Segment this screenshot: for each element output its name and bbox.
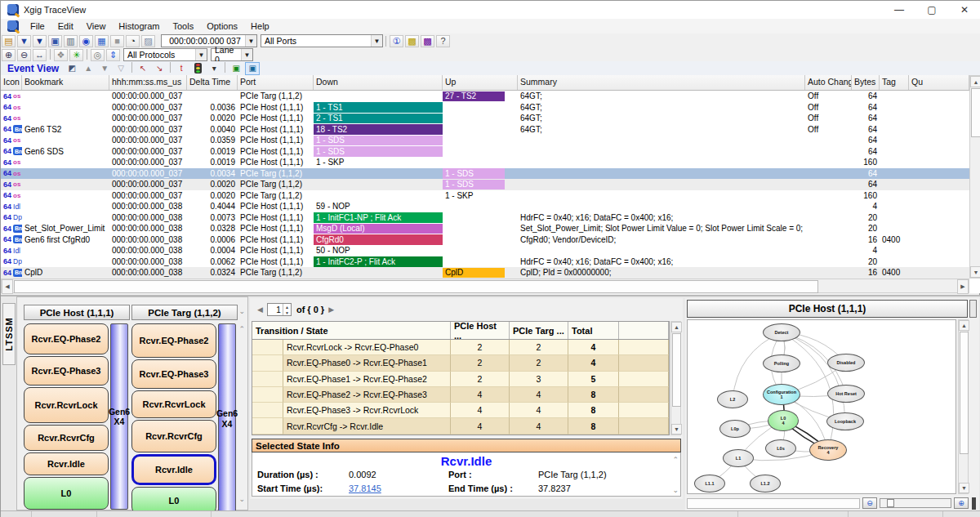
table-row[interactable]: 64os000:00:00.000_0370.0020PCIe Targ (1,… (1, 190, 969, 202)
diagram-vertical-scrollbar[interactable]: ▲ ▼ (958, 319, 969, 494)
table-row[interactable]: 64os000:00:00.000_0370.0034PCIe Targ (1,… (1, 168, 969, 180)
table-row[interactable]: 64Dp000:00:00.000_0380.0062PCIe Host (1,… (1, 256, 969, 268)
state-node-hot-reset[interactable]: Hot Reset (827, 385, 865, 403)
ltssm-state-rcvr-rcvrcfg[interactable]: Rcvr.RcvrCfg (24, 425, 109, 451)
ltssm-state-rcvr-eq-phase2[interactable]: Rcvr.EQ-Phase2 (131, 323, 216, 358)
ltssm-tab[interactable]: LTSSM (2, 303, 16, 365)
transition-scrollbar[interactable]: ▲ ▼ (670, 321, 681, 435)
ports-combobox[interactable]: All Ports ▼ (261, 34, 383, 47)
capture-view-icon[interactable]: ◉ (79, 35, 93, 47)
state-node-l1-2[interactable]: L1.2 (750, 475, 781, 492)
zoom-fit-icon[interactable]: ↔ (33, 49, 47, 61)
transition-row[interactable]: Rcvr.EQ-Phase2 -> Rcvr.EQ-Phase3448 (252, 387, 669, 403)
ltssm-state-rcvr-idle[interactable]: Rcvr.Idle (131, 454, 216, 485)
grid-vertical-scrollbar[interactable]: ▲ ▼ (969, 75, 980, 279)
table-row[interactable]: 64BnCplD000:00:00.000_0380.0324PCIe Targ… (1, 267, 969, 279)
diagram-horizontal-scrollbar[interactable] (687, 498, 860, 509)
transition-row[interactable]: Rcvr.EQ-Phase0 -> Rcvr.EQ-Phase1224 (252, 355, 669, 371)
traffic-caret-icon[interactable]: ▾ (207, 62, 221, 75)
menu-help[interactable]: Help (244, 19, 276, 33)
time-format-icon[interactable]: t (174, 62, 189, 75)
stop-icon[interactable]: ■ (110, 35, 124, 47)
info-scroll-up-icon[interactable]: ⌃ (672, 456, 679, 464)
decode-view-2-icon[interactable]: ▣ (245, 62, 260, 75)
ltssm-column-header-targ[interactable]: PCIe Targ (1,1,2) (131, 305, 238, 320)
ltssm-state-rcvr-eq-phase3[interactable]: Rcvr.EQ-Phase3 (24, 356, 109, 386)
zoom-in-icon[interactable]: ⊕ (2, 49, 16, 61)
close-button[interactable]: ✕ (948, 1, 980, 19)
open-trace-icon[interactable]: ▤ (2, 35, 16, 47)
save-file-icon[interactable]: ▣ (48, 35, 62, 47)
minimize-button[interactable]: — (883, 1, 915, 19)
table-row[interactable]: 64os000:00:00.000_0370.0359PCIe Host (1,… (1, 135, 969, 146)
trigger-time-icon[interactable]: ① (390, 35, 403, 47)
column-header-icon[interactable]: Icon (1, 75, 22, 90)
column-header-bytes[interactable]: Bytes (852, 75, 880, 90)
zoom-in-icon[interactable]: ⊕ (954, 497, 969, 509)
ltssm-column-header-host[interactable]: PCIe Host (1,1,1) (24, 305, 130, 320)
transition-row[interactable]: Rcvr.EQ-Phase1 -> Rcvr.EQ-Phase2235 (252, 372, 669, 387)
state-node-l0p[interactable]: L0p (719, 420, 751, 438)
search-icon[interactable]: ◎ (91, 49, 105, 61)
transition-col-3[interactable]: Total (568, 322, 619, 339)
menu-histogram[interactable]: Histogram (112, 19, 166, 33)
table-row[interactable]: 64BnGen6 first CfgRd0000:00:00.000_0380.… (1, 234, 969, 246)
jump-prev-icon[interactable]: ↖ (136, 62, 150, 75)
next-event-icon[interactable]: ▼ (97, 62, 112, 75)
traffic-filter-icon[interactable] (190, 62, 205, 75)
pager-spinbox[interactable]: 1 ▲▼ (267, 303, 292, 316)
ltssm-state-rcvr-eq-phase3[interactable]: Rcvr.EQ-Phase3 (131, 359, 216, 389)
column-header-bookmark[interactable]: Bookmark (22, 75, 109, 90)
column-header-auto-change[interactable]: Auto Change (805, 75, 852, 90)
menu-tools[interactable]: Tools (166, 19, 200, 33)
map-purple-icon[interactable]: ▩ (421, 35, 434, 47)
column-header-delta-time[interactable]: Delta Time (187, 75, 238, 90)
state-node-loopback[interactable]: Loopback (826, 412, 864, 430)
column-header-tag[interactable]: Tag (880, 75, 909, 90)
state-node-l1[interactable]: L1 (723, 449, 754, 467)
column-header-down[interactable]: Down (314, 75, 443, 90)
table-row[interactable]: 64os000:00:00.000_0370.0020PCIe Host (1,… (1, 113, 969, 124)
ltssm-state-rcvr-rcvrlock[interactable]: Rcvr.RcvrLock (24, 387, 109, 423)
map-yellow-icon[interactable]: ▩ (405, 35, 419, 47)
table-row[interactable]: 64os000:00:00.000_0370.0036PCIe Host (1,… (1, 102, 969, 114)
ltssm-dropdown-icon[interactable]: ⌄ (238, 307, 245, 315)
maximize-button[interactable]: ▢ (915, 1, 948, 19)
transition-row[interactable]: Rcvr.EQ-Phase3 -> Rcvr.RcvrLock448 (252, 403, 669, 418)
export-icon[interactable]: ▥ (64, 35, 78, 47)
marker-icon[interactable]: ✳ (69, 49, 83, 61)
state-node-recovery[interactable]: Recovery4 (809, 439, 847, 461)
resize-grip[interactable] (972, 497, 976, 510)
time-combobox[interactable]: 000:00:00.000 037 ▼ (161, 34, 257, 47)
transition-col-1[interactable]: PCIe Host ... (451, 322, 510, 339)
save-trace-icon[interactable]: ▼ (17, 35, 31, 47)
snapshot-icon[interactable]: ▨ (141, 35, 155, 47)
table-row[interactable]: 64BnGen6 TS2000:00:00.000_0370.0040PCIe … (1, 124, 969, 136)
spin-down-icon[interactable]: ▼ (283, 310, 291, 315)
chevron-down-icon[interactable]: ▼ (245, 35, 256, 47)
state-node-l0[interactable]: L04 (768, 410, 799, 431)
state-node-l2[interactable]: L2 (717, 390, 748, 408)
table-row[interactable]: 64Dp000:00:00.000_0380.0073PCIe Host (1,… (1, 212, 969, 224)
column-header-summary[interactable]: Summary (518, 75, 805, 90)
ltssm-state-rcvr-eq-phase2[interactable]: Rcvr.EQ-Phase2 (24, 323, 109, 354)
select-cursor-icon[interactable]: ◩ (65, 62, 79, 75)
pager-prev-icon[interactable]: ◀ (257, 305, 263, 314)
protocols-combobox[interactable]: All Protocols ▼ (123, 48, 207, 61)
ltssm-state-rcvr-idle[interactable]: Rcvr.Idle (24, 452, 109, 475)
tag-icon[interactable]: ❖ (54, 49, 68, 61)
ltssm-state-rcvr-rcvrlock[interactable]: Rcvr.RcvrLock (131, 390, 216, 418)
menu-edit[interactable]: Edit (51, 19, 80, 33)
ltssm-scroll-down-icon[interactable]: ⌄ (238, 495, 245, 503)
swap-vertical-icon[interactable]: ⇕ (106, 49, 120, 61)
ltssm-state-l0[interactable]: L0 (24, 477, 109, 510)
column-header-hhh-mm-ss-ms-us[interactable]: hhh:mm:ss.ms_us (109, 75, 187, 90)
column-header-up[interactable]: Up (443, 75, 518, 90)
timer-icon[interactable]: ◔ (126, 35, 140, 47)
transition-row[interactable]: Rcvr.RcvrCfg -> Rcvr.Idle448 (252, 418, 669, 434)
column-header-port[interactable]: Port (238, 75, 314, 90)
table-row[interactable]: 64os000:00:00.000_037PCIe Targ (1,1,2)27… (1, 91, 969, 102)
transition-col-0[interactable]: Transition / State (252, 322, 451, 339)
zoom-out-icon[interactable]: ⊖ (17, 49, 31, 61)
menu-file[interactable]: File (24, 19, 51, 33)
